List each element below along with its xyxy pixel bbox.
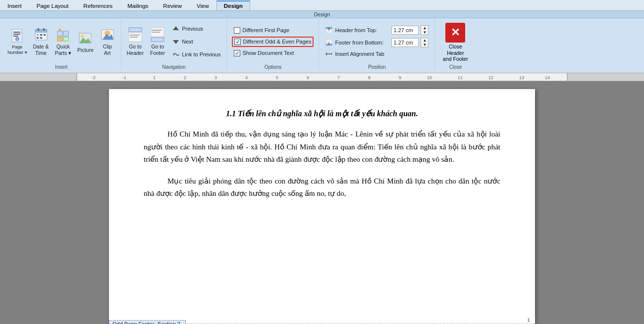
link-to-previous-label: Link to Previous — [182, 51, 220, 57]
svg-marker-45 — [331, 53, 332, 55]
tab-design[interactable]: Design — [216, 0, 250, 10]
header-from-top-spinner[interactable]: ▲ ▼ — [421, 25, 429, 35]
go-to-footer-button[interactable]: Go toFooter — [147, 21, 168, 62]
go-to-header-icon — [127, 27, 143, 43]
ruler: -2 -1 1 2 3 4 5 6 7 8 9 10 11 12 13 14 — [0, 73, 644, 81]
tab-mailings[interactable]: Mailings — [120, 0, 156, 10]
header-from-top-row: Header from Top: 1.27 cm ▲ ▼ — [324, 25, 429, 36]
footer-from-bottom-spinner[interactable]: ▲ ▼ — [421, 38, 429, 47]
header-top-down[interactable]: ▼ — [421, 30, 428, 35]
group-position: Header from Top: 1.27 cm ▲ ▼ — [319, 19, 435, 71]
svg-rect-3 — [13, 36, 18, 37]
page-number-label: PageNumber ▾ — [7, 45, 27, 55]
svg-marker-35 — [173, 40, 179, 44]
footer-section-label: Odd Page Footer -Section 2- — [109, 320, 186, 324]
picture-button[interactable]: Picture — [75, 21, 96, 62]
show-document-text-checkbox[interactable] — [234, 50, 240, 56]
svg-text:8: 8 — [368, 75, 371, 80]
insert-alignment-tab-label: Insert Alignment Tab — [335, 51, 389, 57]
svg-text:14: 14 — [545, 75, 550, 80]
svg-text:6: 6 — [307, 75, 309, 80]
doc-paragraph-2: Mục tiêu giải phóng dân tộc theo con đườ… — [144, 175, 500, 200]
page-number-icon: 5 — [9, 28, 25, 44]
svg-marker-19 — [58, 28, 61, 31]
footer-bottom-icon — [325, 39, 333, 46]
svg-text:10: 10 — [427, 75, 432, 80]
tab-review[interactable]: Review — [156, 0, 189, 10]
group-options-label: Options — [227, 63, 319, 70]
group-position-label: Position — [319, 63, 434, 70]
close-header-footer-button[interactable]: ✕ Close Headerand Footer — [438, 20, 473, 65]
group-close: ✕ Close Headerand Footer Close — [435, 19, 476, 71]
svg-rect-16 — [63, 31, 68, 36]
svg-rect-31 — [152, 30, 162, 31]
different-odd-even-label: Different Odd & Even Pages — [243, 39, 311, 45]
doc-paragraph-1: Hồ Chí Minh đã tiếp thu, vận dụng sáng t… — [144, 128, 500, 166]
close-button-label: Close Headerand Footer — [442, 44, 468, 62]
clip-art-button[interactable]: ClipArt — [97, 21, 118, 62]
svg-rect-14 — [40, 37, 42, 39]
footer-bottom-down[interactable]: ▼ — [421, 43, 428, 47]
group-position-content: Header from Top: 1.27 cm ▲ ▼ — [322, 20, 431, 70]
svg-rect-7 — [35, 29, 47, 33]
svg-text:1: 1 — [153, 75, 156, 80]
go-to-header-label: Go toHeader — [127, 44, 144, 56]
link-icon — [172, 50, 180, 58]
previous-label: Previous — [182, 26, 203, 32]
date-time-button[interactable]: Date & Time — [31, 21, 52, 62]
different-first-page-option[interactable]: Different First Page — [232, 26, 314, 35]
quick-parts-button[interactable]: QuickParts ▾ — [53, 21, 74, 62]
svg-rect-13 — [37, 37, 39, 39]
page-number-button[interactable]: 5 PageNumber ▾ — [5, 21, 30, 62]
header-top-icon — [325, 26, 333, 34]
svg-rect-49 — [567, 73, 644, 81]
tab-view[interactable]: View — [189, 0, 216, 10]
different-odd-even-checkbox[interactable] — [234, 39, 241, 45]
header-top-up[interactable]: ▲ — [421, 26, 428, 30]
svg-rect-28 — [130, 35, 140, 36]
tab-references[interactable]: References — [76, 0, 120, 10]
svg-text:3: 3 — [215, 75, 217, 80]
svg-rect-32 — [152, 32, 160, 33]
different-first-page-checkbox[interactable] — [234, 27, 240, 34]
page-number-display: 1 — [527, 316, 531, 324]
svg-rect-12 — [44, 34, 46, 36]
svg-text:-1: -1 — [122, 75, 126, 80]
svg-rect-11 — [40, 34, 42, 36]
doc-heading: 1.1 Tiến lên chủ nghĩa xã hội là một tất… — [144, 109, 500, 118]
svg-text:5: 5 — [16, 38, 18, 41]
position-list: Header from Top: 1.27 cm ▲ ▼ — [322, 21, 431, 62]
alignment-tab-icon — [325, 50, 333, 58]
different-first-page-label: Different First Page — [242, 27, 289, 33]
svg-point-21 — [81, 35, 84, 38]
tab-insert[interactable]: Insert — [0, 0, 29, 10]
show-document-text-label: Show Document Text — [242, 50, 294, 56]
different-odd-even-option[interactable]: Different Odd & Even Pages — [232, 37, 314, 47]
link-to-previous-button[interactable]: Link to Previous — [169, 48, 223, 61]
group-options: Different First Page Different Odd & Eve… — [227, 19, 319, 71]
next-button[interactable]: Next — [169, 36, 223, 48]
svg-rect-9 — [43, 28, 45, 31]
group-insert-label: Insert — [2, 63, 121, 70]
date-time-icon — [33, 27, 49, 43]
tab-page-layout[interactable]: Page Layout — [29, 0, 76, 10]
footer-bottom-up[interactable]: ▲ — [421, 38, 428, 43]
svg-rect-48 — [0, 73, 77, 81]
footer-from-bottom-input[interactable]: 1.27 cm — [391, 38, 419, 47]
svg-text:7: 7 — [337, 75, 340, 80]
group-options-content: Different First Page Different Odd & Eve… — [230, 20, 316, 70]
group-close-label: Close — [435, 63, 476, 70]
svg-marker-34 — [173, 26, 179, 30]
go-to-footer-icon — [150, 27, 165, 43]
go-to-header-button[interactable]: Go toHeader — [124, 21, 146, 62]
svg-rect-8 — [38, 28, 39, 31]
header-from-top-input[interactable]: 1.27 cm — [391, 26, 419, 35]
main-content: 1.1 Tiến lên chủ nghĩa xã hội là một tất… — [0, 81, 644, 324]
design-tab-strip: Design — [0, 11, 644, 18]
previous-button[interactable]: Previous — [169, 23, 223, 35]
quick-parts-label: QuickParts ▾ — [55, 44, 71, 56]
tab-bar: Insert Page Layout References Mailings R… — [0, 0, 644, 11]
footer-from-bottom-row: Footer from Bottom: 1.27 cm ▲ ▼ — [324, 37, 429, 48]
svg-text:12: 12 — [488, 75, 493, 80]
show-document-text-option[interactable]: Show Document Text — [232, 48, 314, 58]
